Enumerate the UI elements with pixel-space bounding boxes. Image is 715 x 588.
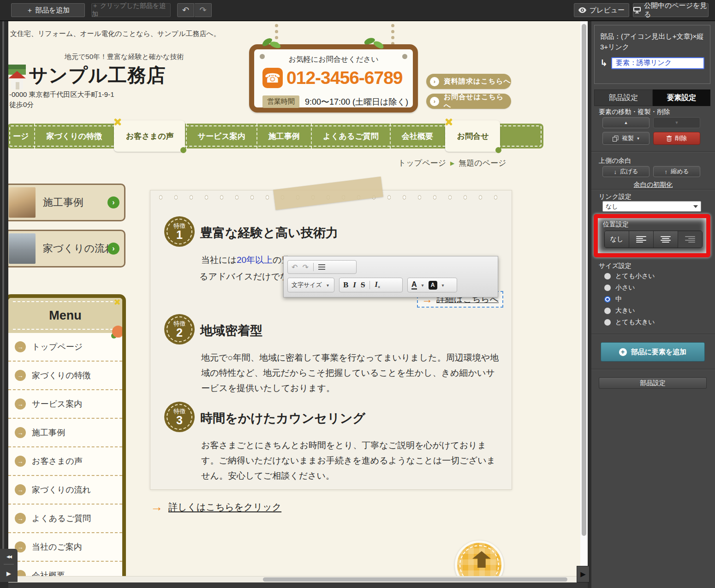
logo-catchcopy: 地元で50年！豊富な経験と確かな技術 (65, 53, 184, 61)
paragraph-icon[interactable] (318, 264, 325, 270)
menu-item-voice[interactable]: →お客さまの声 (8, 447, 122, 476)
align-right-icon (685, 236, 695, 243)
expand-margin-button[interactable]: ↓広げる (602, 166, 649, 177)
notebook-content: 特徴 1 豊富な経験と高い技術力 当社には20年以上の豊 るアドバイスだけでなく… (150, 190, 512, 490)
breadcrumb-home[interactable]: トップページ (398, 158, 446, 168)
canvas-scroll-tab-right[interactable]: ▶ (577, 566, 590, 582)
clear-format-button[interactable]: I× (375, 280, 380, 290)
strikethrough-button[interactable]: S (361, 280, 365, 290)
corner-arrow-icon (495, 147, 501, 153)
sign-string-right (391, 24, 394, 45)
site-name[interactable]: サンプル工務店 (29, 63, 166, 88)
clip-x-icon (444, 117, 453, 126)
scroll-prev-double-icon[interactable]: ◀◀ (6, 554, 11, 559)
selected-element-field[interactable]: 要素：誘導リンク (611, 57, 704, 69)
align-right-button[interactable] (678, 231, 702, 248)
scroll-next-icon[interactable]: ▶ (6, 570, 11, 577)
contact-button[interactable]: › お問合せはこちらへ (426, 94, 511, 109)
duplicate-button[interactable]: 複製 ▾ (602, 132, 649, 145)
house-logo-icon (8, 65, 26, 91)
side-menu-title: Menu (8, 298, 122, 333)
richtext-toolbar: ↶ ↷ 文字サイズ ▾ B I S I× A ▾ A ▾ (283, 256, 498, 297)
add-clipped-part-button[interactable]: ＋ クリップした部品を追加 (91, 3, 171, 17)
font-size-dropdown[interactable]: 文字サイズ (292, 281, 322, 289)
site-preview-canvas: 文住宅、リフォーム、オール電化のことなら、サンプル工務店へ。 地元で50年！豊富… (8, 20, 580, 582)
tab-part-settings[interactable]: 部品設定 (594, 89, 653, 106)
menu-item-features[interactable]: →家づくりの特徴 (8, 362, 122, 390)
margin-section-label: 上側の余白 (599, 157, 631, 165)
editor-redo-icon[interactable]: ↷ (302, 263, 308, 272)
canvas-vertical-scrollbar[interactable] (580, 20, 588, 582)
left-scrollbar[interactable] (2, 21, 4, 565)
banner-works[interactable]: 施工事例 › (8, 184, 125, 221)
scrollbar-thumb[interactable] (263, 577, 567, 582)
size-option-l[interactable]: 大きい (604, 307, 635, 315)
clip-x-icon (113, 117, 122, 126)
breadcrumb-arrow-icon: ▶ (450, 160, 454, 166)
menu-item-top[interactable]: →トップページ (8, 333, 122, 362)
nav-item-customer-voice[interactable]: お客さまの声 (114, 120, 185, 152)
highlight-color-button[interactable]: A (429, 281, 437, 290)
arrow-right-icon: → (15, 370, 26, 381)
arrow-right-icon: → (15, 427, 26, 438)
move-down-button[interactable]: ▼ (653, 117, 700, 128)
corner-arrow-icon (180, 147, 186, 153)
position-button-group: なし (604, 231, 703, 248)
menu-item-works[interactable]: →施工事例 (8, 419, 122, 447)
nav-item-works[interactable]: 施工事例 (256, 124, 311, 148)
feature-2-title: 地域密着型 (200, 322, 262, 339)
size-section-label: サイズ設定 (599, 262, 632, 270)
arrow-up-icon: ↑ (664, 168, 667, 175)
menu-item-about[interactable]: →当社のご案内 (8, 533, 122, 562)
chevron-down-icon (693, 205, 698, 208)
shrink-margin-button[interactable]: ↑縮める (653, 166, 700, 177)
nav-item-top-page[interactable]: ージ (8, 124, 34, 148)
menu-item-faq[interactable]: →よくあるご質問 (8, 505, 122, 533)
more-details-link[interactable]: → 詳しくはこちらをクリック (150, 500, 281, 514)
size-option-xs[interactable]: とても小さい (604, 272, 655, 280)
address-line1: -0000 東京都千代田区大手町1-9-1 (9, 90, 114, 99)
size-option-xl[interactable]: とても大きい (604, 318, 655, 327)
tab-element-settings[interactable]: 要素設定 (653, 89, 710, 106)
add-element-button[interactable]: + 部品に要素を追加 (601, 342, 705, 362)
align-center-icon (661, 236, 671, 243)
nav-item-features[interactable]: 家づくりの特徴 (34, 124, 113, 148)
view-published-label: 公開中のページを見る (644, 1, 708, 19)
nav-item-services[interactable]: サービス案内 (186, 124, 256, 148)
bold-button[interactable]: B (343, 280, 348, 290)
position-none-button[interactable]: なし (605, 231, 629, 248)
side-menu-header: Menu (8, 298, 122, 333)
feature-1-badge: 特徴 1 (164, 216, 195, 247)
add-part-button[interactable]: ＋ 部品を追加 (11, 3, 85, 17)
redo-icon[interactable]: ↷ (195, 3, 212, 17)
radio-icon (604, 308, 611, 314)
undo-icon[interactable]: ↶ (177, 3, 194, 17)
italic-button[interactable]: I (353, 280, 356, 290)
editor-undo-icon[interactable]: ↶ (292, 263, 298, 272)
size-option-m[interactable]: 中 (604, 295, 622, 303)
nav-item-company[interactable]: 会社概要 (390, 124, 444, 148)
nav-item-faq[interactable]: よくあるご質問 (311, 124, 390, 148)
banner-flow[interactable]: 家づくりの流れ › (8, 230, 125, 267)
side-menu: Menu →トップページ →家づくりの特徴 →サービス案内 →施工事例 →お客さ… (8, 294, 126, 582)
reset-margin-link[interactable]: 余白の初期化 (591, 181, 715, 189)
view-published-button[interactable]: 公開中のページを見る (633, 3, 709, 17)
delete-button[interactable]: 削除 (653, 132, 700, 145)
nav-item-contact[interactable]: お問合せ (445, 120, 500, 152)
banner-thumbnail (9, 233, 36, 264)
feature-2-badge: 特徴 2 (164, 314, 195, 344)
size-option-s[interactable]: 小さい (604, 284, 635, 292)
align-left-button[interactable] (629, 231, 654, 248)
canvas-horizontal-scrollbar[interactable] (8, 576, 580, 582)
font-color-button[interactable]: A (411, 281, 417, 290)
part-settings-button[interactable]: 部品設定 (599, 377, 707, 389)
request-docs-button[interactable]: › 資料請求はこちらへ (426, 74, 511, 89)
menu-item-flow[interactable]: →家づくりの流れ (8, 476, 122, 505)
menu-item-services[interactable]: →サービス案内 (8, 390, 122, 419)
align-center-button[interactable] (654, 231, 678, 248)
position-section-label: 位置設定 (603, 220, 629, 229)
link-setting-select[interactable]: なし (602, 201, 701, 212)
scrollbar-thumb[interactable] (582, 24, 586, 536)
preview-button[interactable]: プレビュー (574, 3, 629, 17)
move-up-button[interactable]: ▲ (602, 117, 649, 128)
